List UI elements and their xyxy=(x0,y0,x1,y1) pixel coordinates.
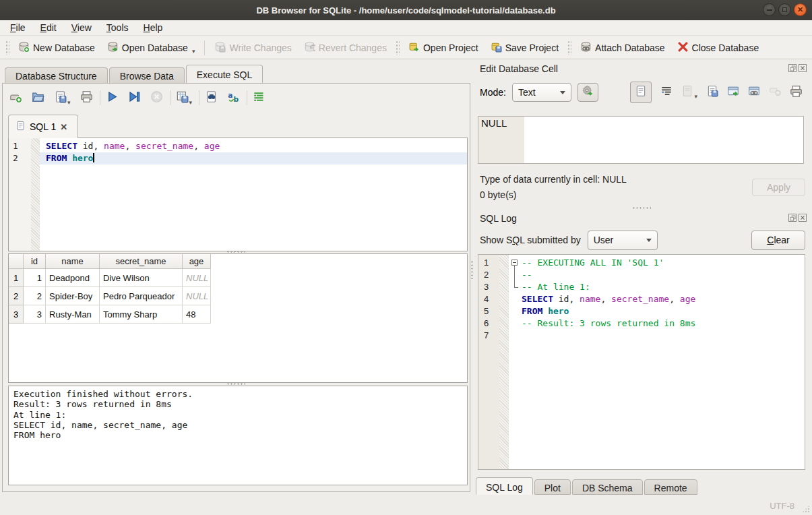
table-cell[interactable]: Rusty-Man xyxy=(46,305,100,324)
table-cell[interactable]: 48 xyxy=(183,305,211,324)
close-panel-button[interactable] xyxy=(799,64,807,72)
table-cell[interactable]: Deadpond xyxy=(46,269,100,287)
dock-tab-remote[interactable]: Remote xyxy=(644,479,697,495)
table-cell[interactable]: Tommy Sharp xyxy=(100,305,183,324)
row-header[interactable]: 2 xyxy=(9,287,24,305)
table-cell[interactable]: 1 xyxy=(24,269,46,287)
column-header-age[interactable]: age xyxy=(183,254,211,269)
minimize-button[interactable] xyxy=(763,3,776,16)
dock-tab-db-schema[interactable]: DB Schema xyxy=(572,479,643,495)
format-sql-button[interactable] xyxy=(253,90,266,106)
panel-splitter[interactable] xyxy=(470,260,474,279)
table-cell[interactable]: 2 xyxy=(24,287,46,305)
auto-apply-button[interactable] xyxy=(577,83,598,102)
dropdown-caret-icon[interactable]: ▾ xyxy=(192,48,195,55)
print-button[interactable] xyxy=(790,85,803,100)
dropdown-caret-icon[interactable]: ▾ xyxy=(67,99,71,106)
resize-grip[interactable] xyxy=(802,505,810,513)
text-mode-button[interactable] xyxy=(630,82,652,103)
stop-button xyxy=(150,90,163,106)
table-cell[interactable]: NULL xyxy=(183,287,211,305)
close-sql-tab-icon[interactable]: ✕ xyxy=(60,122,67,132)
table-cell[interactable]: Dive Wilson xyxy=(100,269,183,287)
cell-size-label: 0 byte(s) xyxy=(480,189,516,200)
format-sql-icon xyxy=(253,90,266,106)
menu-item-edit[interactable]: Edit xyxy=(33,21,64,34)
menu-item-help[interactable]: Help xyxy=(136,21,170,34)
dropdown-caret-icon[interactable]: ▾ xyxy=(189,99,193,106)
dock-tab-plot[interactable]: Plot xyxy=(534,479,571,495)
save-sql-file-button[interactable]: ▾ xyxy=(54,90,71,106)
chevron-down-icon xyxy=(560,91,565,94)
execution-message[interactable]: Execution finished without errors. Resul… xyxy=(8,386,468,485)
menu-item-file[interactable]: File xyxy=(3,21,33,34)
sql-log-view[interactable]: 1234567 -- EXECUTING ALL IN 'SQL 1'---- … xyxy=(478,254,805,470)
table-cell[interactable]: Spider-Boy xyxy=(46,287,100,305)
word-wrap-button[interactable] xyxy=(660,85,673,100)
open-sql-file-button[interactable] xyxy=(32,90,44,106)
print-button[interactable] xyxy=(80,90,93,106)
attach-database-button[interactable]: Attach Database xyxy=(574,39,671,57)
save-project-button[interactable]: Save Project xyxy=(485,39,565,57)
toolbar-button-label: New Database xyxy=(33,42,95,53)
close-database-button[interactable]: Close Database xyxy=(671,39,766,57)
gear-icon xyxy=(582,85,594,100)
log-lines: -- EXECUTING ALL IN 'SQL 1'---- At line … xyxy=(509,255,805,342)
table-cell[interactable]: NULL xyxy=(183,269,211,287)
cell-value: NULL xyxy=(481,117,507,129)
row-header[interactable]: 1 xyxy=(9,269,24,287)
table-cell[interactable]: Pedro Parqueador xyxy=(100,287,183,305)
replace-button[interactable]: ab xyxy=(227,90,240,106)
toolbar-drag-handle[interactable] xyxy=(567,40,571,55)
close-panel-button[interactable] xyxy=(799,214,807,222)
export-results-button[interactable]: ▾ xyxy=(176,90,193,106)
menu-item-view[interactable]: View xyxy=(64,21,99,34)
tab-database-structure[interactable]: Database Structure xyxy=(5,67,108,83)
execute-line-button[interactable] xyxy=(128,90,141,106)
right-dock: Edit Database Cell Mode: Text ▾ NULL Typ… xyxy=(476,63,808,492)
tab-execute-sql[interactable]: Execute SQL xyxy=(186,65,263,83)
results-table[interactable]: idnamesecret_nameage11DeadpondDive Wilso… xyxy=(8,253,468,383)
table-cell[interactable]: 3 xyxy=(24,305,46,324)
row-header[interactable]: 3 xyxy=(9,305,24,324)
close-button[interactable]: ✕ xyxy=(794,3,807,16)
sql-editor[interactable]: 12 SELECT id, name, secret_name, ageFROM… xyxy=(8,138,468,251)
table-header-row: idnamesecret_nameage xyxy=(9,254,467,269)
open-database-icon xyxy=(107,41,119,55)
column-header-name[interactable]: name xyxy=(46,254,100,269)
apply-button[interactable]: Apply xyxy=(752,179,805,196)
titlebar[interactable]: DB Browser for SQLite - /home/user/code/… xyxy=(0,0,812,20)
link-data-button[interactable] xyxy=(748,85,760,100)
clear-log-button[interactable]: Clear xyxy=(751,231,805,250)
menu-item-tools[interactable]: Tools xyxy=(99,21,136,34)
open-database-button[interactable]: Open Database▾ xyxy=(101,39,201,57)
mode-select[interactable]: Text xyxy=(512,83,571,102)
new-sql-tab-button[interactable] xyxy=(9,90,22,106)
open-project-button[interactable]: Open Project xyxy=(402,39,485,57)
column-header-id[interactable]: id xyxy=(24,254,46,269)
tab-browse-data[interactable]: Browse Data xyxy=(109,67,185,83)
execute-all-button[interactable] xyxy=(106,90,119,106)
float-panel-button[interactable] xyxy=(788,214,797,222)
column-header-secret_name[interactable]: secret_name xyxy=(100,254,183,269)
execute-sql-panel: ▾▾ab SQL 1 ✕ 12 SELECT id, name, secret_… xyxy=(2,83,470,492)
sql-document-tab[interactable]: SQL 1 ✕ xyxy=(8,115,78,138)
log-line-number: 4 xyxy=(478,293,499,305)
new-database-button[interactable]: New Database xyxy=(12,39,101,57)
cell-log-splitter[interactable] xyxy=(632,206,651,210)
maximize-button[interactable] xyxy=(778,3,791,16)
export-data-button[interactable] xyxy=(706,85,718,100)
open-external-button[interactable] xyxy=(727,85,739,100)
toolbar-drag-handle[interactable] xyxy=(5,40,9,55)
dock-tab-sql-log[interactable]: SQL Log xyxy=(476,477,533,495)
find-button[interactable] xyxy=(205,90,218,106)
table-corner-cell[interactable] xyxy=(9,254,24,269)
fold-marker-icon[interactable] xyxy=(511,260,518,266)
float-panel-button[interactable] xyxy=(788,64,797,72)
code-line: -- Result: 3 rows returned in 8ms xyxy=(509,317,805,330)
toolbar-drag-handle[interactable] xyxy=(396,40,400,55)
cell-value-editor[interactable]: NULL xyxy=(478,116,804,164)
float-icon xyxy=(790,215,796,221)
sql-editor-toolbar: ▾▾ab xyxy=(9,88,275,107)
log-filter-select[interactable]: User xyxy=(588,231,658,250)
